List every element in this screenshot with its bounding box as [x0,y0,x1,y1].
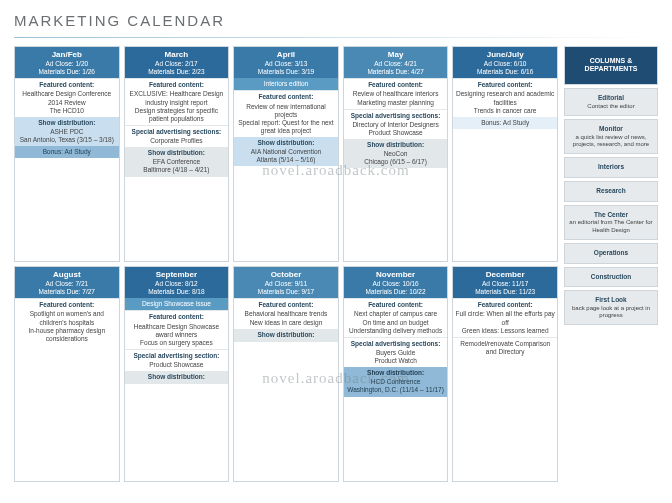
materials-due: Materials Due: 8/18 [127,288,227,296]
ad-close: Ad Close: 6/10 [455,60,555,68]
content-band: Design Showcase issue [125,298,229,310]
band-body: Buyers GuideProduct Watch [374,349,416,364]
band-body: Spotlight on women's and children's hosp… [28,310,105,341]
band-body: EFA ConferenceBaltimore (4/18 – 4/21) [143,158,209,173]
month-name: March [127,50,227,60]
band-body: AIA National ConventionAtlanta (5/14 – 5… [251,148,321,163]
materials-due: Materials Due: 6/16 [455,68,555,76]
band-body: Design Showcase issue [142,300,211,307]
month-header: AugustAd Close: 7/21Materials Due: 7/27 [15,267,119,298]
band-body: Bonus: Ad Study [481,119,529,126]
content-band: Remodel/renovate Comparison and Director… [453,337,557,358]
band-body: EXCLUSIVE: Healthcare Design industry in… [130,90,224,121]
ad-close: Ad Close: 9/11 [236,280,336,288]
band-title: Featured content: [236,301,336,309]
materials-due: Materials Due: 9/17 [236,288,336,296]
month-header: MayAd Close: 4/21Materials Due: 4/27 [344,47,448,78]
content-band: Show distribution:EFA ConferenceBaltimor… [125,147,229,176]
band-body: Full circle: When all the efforts pay of… [456,310,555,333]
month-cell: MarchAd Close: 2/17Materials Due: 2/23Fe… [124,46,230,262]
ad-close: Ad Close: 4/21 [346,60,446,68]
month-name: June/July [455,50,555,60]
band-body: Designing research and academic faciliti… [456,90,554,113]
band-title: Featured content: [455,301,555,309]
band-body: Interiors edition [264,80,308,87]
materials-due: Materials Due: 3/19 [236,68,336,76]
content-band: Show distribution:HCD ConferenceWashingt… [344,367,448,396]
content-band: Featured content:Next chapter of campus … [344,298,448,337]
content-band: Featured content:Full circle: When all t… [453,298,557,337]
month-name: Jan/Feb [17,50,117,60]
band-title: Show distribution: [346,141,446,149]
ad-close: Ad Close: 10/16 [346,280,446,288]
materials-due: Materials Due: 7/27 [17,288,117,296]
sidebar-item-desc: a quick list review of news, projects, r… [573,134,649,147]
band-title: Featured content: [455,81,555,89]
sidebar-item-name: First Look [568,296,654,304]
content-band: Show distribution:ASHE PDCSan Antonio, T… [15,117,119,146]
sidebar-item-desc: an editorial from The Center for Health … [569,219,652,232]
content-band: Show distribution: [125,371,229,384]
band-body: Healthcare Design Showcase award winners… [134,323,219,346]
month-name: August [17,270,117,280]
month-header: Jan/FebAd Close: 1/20Materials Due: 1/26 [15,47,119,78]
band-body: Behavioral healthcare trendsNew ideas in… [245,310,328,325]
content-band: Special advertising sections:Buyers Guid… [344,337,448,367]
band-title: Featured content: [346,301,446,309]
content-band: Special advertising section:Product Show… [125,349,229,371]
sidebar-item: Interiors [564,157,658,178]
sidebar-item: EditorialContact the editor [564,88,658,116]
month-cell: OctoberAd Close: 9/11Materials Due: 9/17… [233,266,339,482]
band-body: Bonus: Ad Study [43,148,91,155]
band-title: Show distribution: [236,331,336,339]
month-cell: Jan/FebAd Close: 1/20Materials Due: 1/26… [14,46,120,262]
month-header: NovemberAd Close: 10/16Materials Due: 10… [344,267,448,298]
band-title: Featured content: [346,81,446,89]
month-cell: SeptemberAd Close: 8/12Materials Due: 8/… [124,266,230,482]
calendar-row-2: AugustAd Close: 7/21Materials Due: 7/27F… [14,266,558,482]
sidebar-item: The Centeran editorial from The Center f… [564,205,658,240]
content-band: Interiors edition [234,78,338,90]
content-band: Bonus: Ad Study [453,117,557,129]
month-cell: DecemberAd Close: 11/17Materials Due: 11… [452,266,558,482]
band-body: Directory of Interior DesignersProduct S… [352,121,438,136]
month-header: DecemberAd Close: 11/17Materials Due: 11… [453,267,557,298]
layout: Jan/FebAd Close: 1/20Materials Due: 1/26… [14,46,658,482]
band-body: ASHE PDCSan Antonio, Texas (3/15 – 3/18) [20,128,114,143]
band-title: Show distribution: [346,369,446,377]
month-header: SeptemberAd Close: 8/12Materials Due: 8/… [125,267,229,298]
page-title: MARKETING CALENDAR [14,12,658,29]
sidebar-item: Research [564,181,658,202]
band-title: Special advertising section: [127,352,227,360]
month-name: December [455,270,555,280]
band-title: Featured content: [127,81,227,89]
month-name: September [127,270,227,280]
content-band: Featured content:Healthcare Design Confe… [15,78,119,117]
materials-due: Materials Due: 11/23 [455,288,555,296]
month-cell: MayAd Close: 4/21Materials Due: 4/27Feat… [343,46,449,262]
band-title: Show distribution: [17,119,117,127]
ad-close: Ad Close: 1/20 [17,60,117,68]
band-title: Show distribution: [127,373,227,381]
month-cell: June/JulyAd Close: 6/10Materials Due: 6/… [452,46,558,262]
content-band: Featured content:Designing research and … [453,78,557,117]
content-band: Featured content:Spotlight on women's an… [15,298,119,345]
month-header: June/JulyAd Close: 6/10Materials Due: 6/… [453,47,557,78]
sidebar-item-name: Interiors [568,163,654,171]
content-band: Show distribution: [234,329,338,342]
content-band: Featured content:Behavioral healthcare t… [234,298,338,328]
band-body: Corporate Profiles [150,137,202,144]
content-band: Featured content:Review of new internati… [234,90,338,137]
ad-close: Ad Close: 11/17 [455,280,555,288]
content-band: Special advertising sections:Directory o… [344,109,448,139]
sidebar-header: COLUMNS & DEPARTMENTS [564,46,658,85]
content-band: Special advertising sections:Corporate P… [125,125,229,147]
band-body: Review of new international projectsSpec… [238,103,333,134]
sidebar-item-name: Construction [568,273,654,281]
band-title: Show distribution: [236,139,336,147]
materials-due: Materials Due: 1/26 [17,68,117,76]
band-body: Review of healthcare interiorsMarketing … [353,90,439,105]
sidebar-item: Monitora quick list review of news, proj… [564,119,658,154]
ad-close: Ad Close: 2/17 [127,60,227,68]
month-name: November [346,270,446,280]
